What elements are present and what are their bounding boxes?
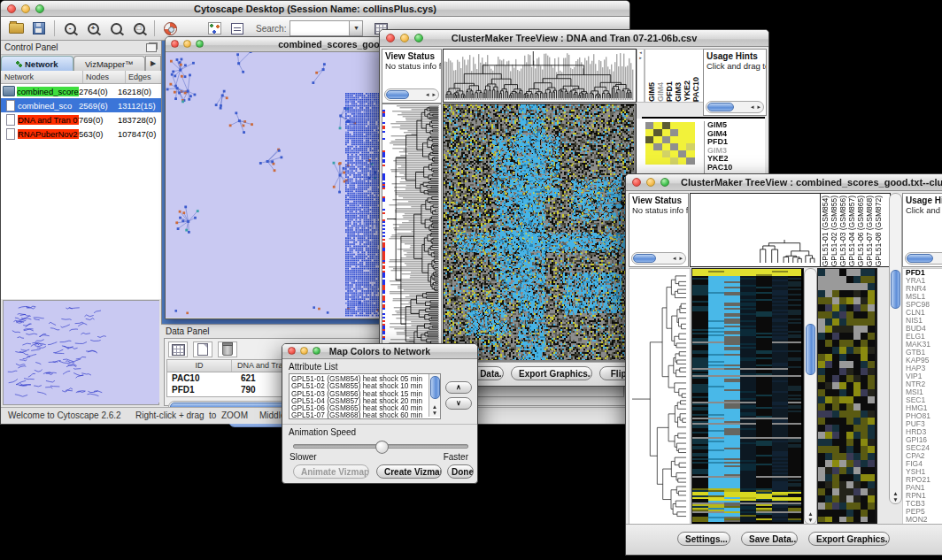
animate-vizmap-button[interactable]: Animate Vizmap [293,464,369,479]
save-data-button[interactable]: Save Data... [741,532,798,546]
zoom-out-icon: - [65,23,76,35]
view-status-scrollbar[interactable]: ◂ ▸ [384,88,439,101]
id-column-header[interactable]: ID [167,360,232,372]
overview-canvas[interactable] [4,301,159,403]
scroll-arrows-icon[interactable]: ▲▼ [805,510,816,523]
network-name: combined_scores [17,87,79,96]
close-button[interactable] [7,4,16,13]
delete-attribute-button[interactable] [218,341,237,357]
network-table-row[interactable]: DNA and Tran 07 769(0) 183728(0) [1,112,161,127]
gene-label[interactable]: MON2 [906,516,942,524]
save-session-button[interactable] [28,19,50,38]
network-nodes-icon [208,22,221,35]
attribute-listbox[interactable]: GPL51-01 (GSM854) heat shock 05 minGPL51… [289,373,441,419]
tv2-heatmap[interactable] [691,268,804,525]
usage-hints-scrollbar[interactable] [905,252,942,265]
column-label: PAC10 [691,77,700,102]
export-graphics-button[interactable]: Export Graphics... [511,366,592,380]
minimize-button[interactable] [400,34,409,42]
tv1-zoom-matrix[interactable] [645,122,695,165]
data-panel-title: Data Panel [166,326,209,336]
minimize-button[interactable] [646,178,655,187]
zoom-in-button[interactable]: + [82,19,104,38]
gene-label[interactable]: PAC10 [707,164,761,173]
tab-network[interactable]: Network [1,56,73,71]
minimize-button[interactable] [300,347,308,355]
zoom-button[interactable] [35,4,44,13]
scroll-arrows-icon[interactable]: ◂ ▸ [426,90,436,98]
zoom-out-button[interactable]: - [59,19,81,38]
tv2-vertical-scrollbar[interactable]: ▲▼ [889,193,902,504]
lifebuoy-icon [164,22,177,35]
toolbar-separator [154,20,155,36]
tab-overflow-button[interactable]: ▶ [145,56,161,71]
scroll-arrows-icon[interactable]: ◂ ▸ [751,103,761,111]
close-button[interactable] [171,40,179,48]
zoom-button[interactable] [660,178,669,187]
network-name: RNAPuberNov2+ [18,129,79,139]
column-label: PFD1 [665,81,674,102]
search-input[interactable] [290,20,350,36]
zoom-fit-icon [111,23,122,35]
zoom-button[interactable] [196,40,204,48]
close-button[interactable] [632,178,641,187]
zoom-button[interactable] [414,34,423,42]
zoom-button[interactable] [313,347,320,355]
scroll-arrows-icon[interactable]: ◂ ▸ [673,254,683,262]
network-table-row[interactable]: combined_sco 2569(6) 13112(15) [1,98,161,112]
network-nodes-count: 2764(0) [79,87,118,96]
tv2-zoom-heatmap[interactable] [817,268,877,525]
control-panel-tabs: Network VizMapper™ ▶ [1,55,161,72]
settings-button[interactable]: Settings... [677,532,730,546]
move-down-button[interactable]: ∨ [445,397,472,410]
zoom-selected-button[interactable]: □ [128,19,150,38]
search-dropdown-button[interactable]: ▼ [350,20,363,36]
network-overview-panel[interactable] [3,300,159,405]
tv2-column-dendrogram[interactable] [690,193,821,267]
col-header-edges[interactable]: Edges [126,71,161,83]
usage-hints-scrollbar[interactable]: ◂ ▸ [706,101,764,113]
tab-vizmapper[interactable]: VizMapper™ [73,56,146,71]
col-header-network[interactable]: Network [1,71,83,83]
network-table-row[interactable]: RNAPuberNov2+ 563(0) 107847(0) [1,127,161,141]
move-up-button[interactable]: ∧ [445,381,472,394]
view-status-scrollbar[interactable]: ◂ ▸ [631,252,686,265]
scroll-arrows-icon[interactable]: ▲▼ [890,490,901,502]
minimize-button[interactable] [21,4,30,13]
animation-speed-slider[interactable] [293,444,468,449]
tv1-column-labels: GIM5GIM4PFD1GIM3YKE2PAC10 [645,49,705,103]
main-title-bar[interactable]: Cytoscape Desktop (Session Name: collins… [1,1,629,17]
treeview2-title-bar[interactable]: ClusterMaker TreeView : combined_scores_… [626,174,942,191]
status-zoom-hint: Right-click + drag to ZOOM [135,410,248,420]
float-panel-icon[interactable] [146,43,157,52]
new-attribute-button[interactable] [193,341,212,357]
create-vizmap-button[interactable]: Create Vizmap [376,464,442,479]
attribute-list-label: Attribute List [289,362,338,372]
zoom-fit-button[interactable] [105,19,127,38]
network-overview-button[interactable] [204,19,225,38]
attribute-list-scrollbar[interactable]: ▲▼ [429,374,440,417]
col-header-nodes[interactable]: Nodes [83,71,126,83]
annotation-button[interactable] [227,19,248,38]
attribute-list-item[interactable]: GPL51-07 (GSM868) heat shock 60 min [291,411,440,418]
minimize-button[interactable] [183,40,191,48]
dialog-title-bar[interactable]: Map Colors to Network [282,344,477,359]
tv2-footer: Settings... Save Data... Export Graphics… [626,524,942,555]
tv2-heatmap-scrollbar[interactable]: ▲▼ [804,268,817,525]
tv1-column-dendrogram[interactable] [443,49,637,103]
treeview1-title-bar[interactable]: ClusterMaker TreeView : DNA and Tran 07-… [380,30,768,47]
view-status-text: No status info for this view [382,61,441,71]
done-button[interactable]: Done [447,464,474,479]
open-file-button[interactable] [5,19,27,38]
export-graphics-button[interactable]: Export Graphics... [808,532,890,546]
close-button[interactable] [386,34,395,42]
tv2-row-dendrogram[interactable] [629,268,691,525]
scroll-arrows-icon[interactable]: ▲▼ [429,403,440,416]
select-attributes-button[interactable] [168,341,188,357]
network-table-row[interactable]: combined_scores 2764(0) 16218(0) [1,84,161,98]
tv1-row-dendrogram[interactable] [382,104,442,363]
help-button[interactable] [159,19,181,38]
tv1-heatmap[interactable] [443,104,637,363]
close-button[interactable] [288,347,296,355]
slider-thumb[interactable] [375,441,389,454]
